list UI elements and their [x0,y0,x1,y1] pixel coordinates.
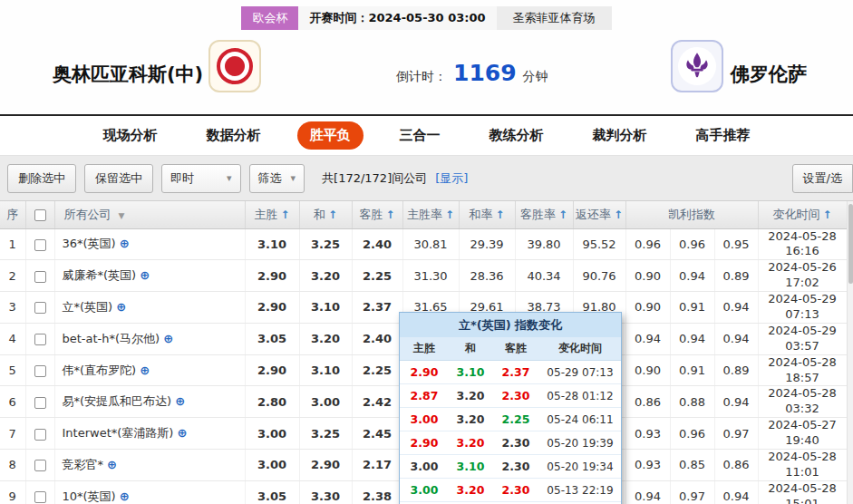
tab-2[interactable]: 数据分析 [194,121,274,150]
odds-value[interactable]: 2.45 [352,418,402,450]
col-change-time[interactable]: 变化时间↑ [758,201,847,228]
kelly-value: 0.93 [625,449,670,480]
odds-value[interactable]: 3.10 [245,228,299,260]
filter-dropdown[interactable]: 筛选 ▾ [249,164,305,193]
col-home-rate[interactable]: 主胜率↑ [402,201,459,228]
company-name[interactable]: 威廉希*(英国) [63,268,137,282]
row-checkbox[interactable] [34,491,46,503]
odds-value[interactable]: 3.05 [245,480,299,504]
tab-3[interactable]: 胜平负 [297,121,363,150]
delete-selected-button[interactable]: 删除选中 [7,164,76,193]
select-all-checkbox[interactable] [34,209,46,221]
odds-value[interactable]: 3.20 [299,323,352,354]
tab-6[interactable]: 裁判分析 [580,121,660,150]
company-info-icon[interactable]: ⊕ [163,332,173,345]
company-name[interactable]: 10*(英国) [63,489,116,503]
company-name[interactable]: 易*(安提瓜和巴布达) [63,394,172,408]
odds-value[interactable]: 3.10 [299,354,352,386]
odds-value[interactable]: 2.90 [245,260,299,292]
kelly-value: 0.85 [670,449,714,480]
keep-selected-button[interactable]: 保留选中 [84,164,153,193]
popup-odds-value: 3.10 [449,361,492,384]
odds-value[interactable]: 2.40 [352,323,402,354]
odds-value[interactable]: 3.00 [245,449,299,480]
col-company[interactable]: 所有公司▼ [54,201,245,228]
instant-dropdown[interactable]: 即时 ▾ [161,164,241,193]
company-cell: bet-at-h*(马尔他)⊕ [54,323,245,354]
company-info-icon[interactable]: ⊕ [140,363,150,377]
tab-5[interactable]: 教练分析 [477,121,557,150]
fleur-de-lis-icon [683,52,712,81]
odds-value[interactable]: 2.90 [245,292,299,324]
change-time: 2024-05-2818:57 [758,354,847,386]
company-info-icon[interactable]: ⊕ [120,489,130,503]
odds-value[interactable]: 2.38 [352,480,402,504]
col-draw-rate[interactable]: 和率↑ [459,201,515,228]
col-home-win[interactable]: 主胜↑ [245,201,299,228]
row-checkbox[interactable] [34,239,46,251]
kelly-value: 0.94 [714,292,758,324]
countdown-unit: 分钟 [523,69,548,85]
odds-value[interactable]: 3.20 [299,260,352,292]
odds-value[interactable]: 2.40 [352,228,402,260]
company-info-icon[interactable]: ⊕ [120,237,130,250]
company-name[interactable]: bet-at-h*(马尔他) [63,332,160,345]
popup-row: 3.003.102.3005-20 19:34 [400,455,621,479]
col-draw[interactable]: 和↑ [299,201,352,228]
odds-value[interactable]: 3.05 [245,323,299,354]
col-away-rate[interactable]: 客胜率↑ [515,201,573,228]
odds-value[interactable]: 3.25 [299,228,352,260]
row-checkbox[interactable] [34,460,46,471]
odds-value[interactable]: 3.30 [299,480,352,504]
company-name[interactable]: Interwet*(塞浦路斯) [63,426,174,440]
col-away-win[interactable]: 客胜↑ [352,201,402,228]
odds-value[interactable]: 2.80 [245,386,299,418]
scrollbar-thumb[interactable] [848,204,853,284]
col-payout-rate[interactable]: 返还率↑ [573,201,625,228]
odds-value[interactable]: 2.37 [352,292,402,324]
company-cell: 威廉希*(英国)⊕ [54,260,245,292]
company-info-icon[interactable]: ⊕ [177,426,187,440]
odds-value[interactable]: 2.17 [352,449,402,480]
popup-col-away-win: 客胜 [492,337,539,361]
odds-value[interactable]: 3.00 [299,386,352,418]
kelly-value: 0.90 [625,260,670,292]
odds-value[interactable]: 3.00 [245,418,299,450]
tab-7[interactable]: 高手推荐 [683,121,763,150]
show-link[interactable]: [显示] [435,170,468,187]
settings-button[interactable]: 设置/选 [792,164,853,193]
vertical-scrollbar[interactable] [847,201,853,504]
company-info-icon[interactable]: ⊕ [107,458,117,471]
col-kelly[interactable]: 凯利指数 [625,201,758,228]
row-checkbox[interactable] [34,271,46,283]
row-checkbox[interactable] [34,302,46,314]
odds-value[interactable]: 3.25 [299,418,352,450]
odds-value[interactable]: 2.90 [299,449,352,480]
kelly-value: 0.96 [670,418,714,450]
company-name[interactable]: 伟*(直布罗陀) [63,363,137,377]
company-name[interactable]: 立*(英国) [63,300,113,314]
kelly-value: 0.94 [714,480,758,504]
company-name[interactable]: 36*(英国) [63,237,116,250]
tab-1[interactable]: 现场分析 [91,121,170,150]
odds-value[interactable]: 2.42 [352,386,402,418]
row-number: 8 [0,449,25,480]
col-draw-rate-label: 和率 [469,208,492,221]
row-checkbox[interactable] [34,429,46,441]
odds-value[interactable]: 2.25 [352,354,402,386]
tab-4[interactable]: 三合一 [387,121,453,150]
company-info-icon[interactable]: ⊕ [116,300,126,314]
popup-odds-value: 2.25 [492,408,539,431]
row-checkbox[interactable] [34,397,46,409]
company-name[interactable]: 竞彩官* [63,458,104,471]
odds-value[interactable]: 3.10 [299,292,352,324]
company-info-icon[interactable]: ⊕ [140,268,150,282]
row-checkbox[interactable] [34,334,46,345]
company-filter-icon[interactable]: ▼ [119,211,125,220]
rate-value: 28.36 [459,260,515,292]
odds-value[interactable]: 2.90 [245,354,299,386]
company-info-icon[interactable]: ⊕ [175,394,185,408]
change-time: 2024-05-2719:40 [758,418,847,450]
odds-value[interactable]: 2.25 [352,260,402,292]
row-checkbox[interactable] [34,365,46,377]
